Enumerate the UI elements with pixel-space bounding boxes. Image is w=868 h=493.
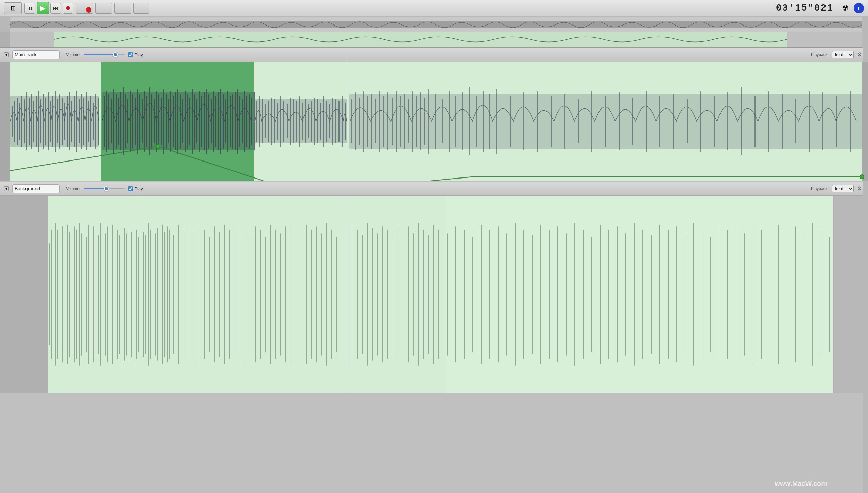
main-track-name-input[interactable]: Main track: [12, 50, 60, 59]
svg-rect-15: [33, 101, 34, 142]
svg-rect-45: [108, 94, 109, 149]
svg-rect-96: [230, 96, 231, 147]
background-track-play-checkbox[interactable]: [128, 186, 133, 191]
automation-point-3[interactable]: [860, 174, 864, 179]
main-track-waveform: [0, 62, 868, 181]
svg-rect-296: [433, 225, 434, 364]
main-track-left-margin: [0, 62, 10, 181]
svg-rect-319: [625, 233, 626, 356]
tool-icon-1[interactable]: [76, 3, 93, 14]
svg-rect-102: [244, 91, 245, 152]
svg-rect-194: [51, 230, 52, 359]
svg-rect-195: [53, 237, 53, 352]
info-icon[interactable]: i: [854, 3, 864, 13]
svg-rect-204: [74, 226, 75, 362]
svg-rect-316: [600, 225, 601, 364]
fast-forward-button[interactable]: ⏭: [50, 3, 61, 14]
svg-rect-168: [523, 92, 524, 150]
svg-rect-138: [355, 92, 356, 150]
svg-rect-308: [532, 235, 533, 354]
svg-rect-212: [93, 226, 94, 362]
svg-rect-78: [187, 94, 188, 149]
svg-rect-165: [489, 94, 490, 149]
svg-rect-188: [795, 99, 796, 143]
svg-rect-200: [65, 233, 65, 356]
play-button[interactable]: ▶: [37, 2, 49, 14]
svg-rect-245: [173, 235, 174, 354]
svg-rect-295: [428, 235, 429, 354]
background-track-volume-slider[interactable]: [84, 188, 125, 189]
svg-rect-90: [215, 96, 216, 147]
svg-rect-61: [146, 96, 147, 147]
background-track-collapse[interactable]: ▼: [4, 186, 9, 191]
main-track-play-checkbox[interactable]: [128, 52, 133, 57]
background-track-header: ▼ Background Volume: Play Playback: fron…: [0, 182, 868, 196]
main-track-collapse[interactable]: ▼: [4, 52, 9, 57]
overview-playhead[interactable]: [326, 16, 326, 47]
svg-rect-125: [311, 101, 312, 142]
svg-rect-134: [338, 101, 340, 142]
svg-rect-6: [12, 106, 13, 137]
svg-rect-135: [342, 96, 343, 147]
svg-rect-278: [342, 226, 342, 362]
svg-rect-35: [81, 94, 82, 149]
svg-rect-101: [242, 99, 243, 143]
svg-rect-199: [62, 226, 63, 362]
svg-rect-74: [177, 89, 178, 154]
svg-rect-50: [120, 92, 121, 150]
svg-rect-183: [727, 92, 728, 150]
svg-rect-263: [265, 237, 266, 352]
automation-point-1[interactable]: [156, 144, 160, 149]
svg-rect-305: [506, 233, 507, 356]
svg-rect-166: [496, 89, 497, 154]
nuclear-icon[interactable]: ☢: [839, 2, 851, 14]
main-track-volume-slider[interactable]: [84, 54, 125, 55]
svg-rect-54: [130, 91, 131, 152]
ov-clip-green: [54, 32, 787, 47]
rewind-button[interactable]: ⏮: [24, 3, 35, 14]
svg-rect-131: [329, 104, 330, 138]
svg-rect-225: [124, 228, 125, 361]
svg-rect-256: [229, 230, 230, 359]
toolbar-icon-1[interactable]: ⊞: [4, 2, 22, 14]
svg-rect-122: [302, 103, 303, 140]
svg-rect-144: [379, 91, 380, 152]
tool-icon-2[interactable]: [95, 3, 112, 14]
svg-rect-113: [274, 99, 275, 143]
svg-rect-237: [153, 226, 153, 362]
svg-rect-208: [84, 228, 84, 361]
svg-rect-281: [357, 230, 358, 359]
svg-rect-57: [137, 89, 138, 154]
svg-rect-126: [314, 98, 315, 145]
svg-rect-58: [139, 94, 140, 149]
svg-rect-55: [132, 94, 133, 149]
svg-rect-235: [148, 223, 149, 366]
svg-rect-337: [778, 225, 779, 364]
svg-rect-30: [69, 92, 70, 150]
svg-rect-238: [155, 233, 156, 356]
svg-rect-210: [88, 225, 89, 364]
svg-rect-89: [213, 91, 214, 152]
background-track-name-input[interactable]: Background: [12, 184, 60, 193]
record-button[interactable]: ⏺: [63, 3, 73, 14]
svg-rect-132: [332, 98, 333, 145]
svg-rect-306: [515, 223, 516, 366]
tool-icon-4[interactable]: [133, 3, 149, 14]
toolbar-icons: ⊞: [4, 2, 22, 14]
overview-bottom-clips: [0, 32, 868, 47]
tool-icon-3[interactable]: [114, 3, 131, 14]
svg-rect-95: [227, 91, 228, 152]
svg-rect-343: [829, 237, 830, 352]
svg-rect-17: [38, 91, 39, 152]
main-track-playback-select[interactable]: front back stereo: [832, 51, 854, 58]
svg-rect-148: [396, 91, 397, 152]
svg-rect-202: [69, 232, 70, 357]
main-track-header: ▼ Main track Volume: Play Playback: fron…: [0, 48, 868, 62]
svg-rect-193: [49, 243, 50, 345]
background-track-play-wrap: Play: [128, 186, 143, 191]
background-track-playback-select[interactable]: front back stereo: [832, 185, 854, 192]
svg-rect-65: [156, 91, 157, 152]
svg-rect-234: [145, 235, 146, 354]
svg-rect-124: [308, 104, 309, 138]
svg-rect-77: [185, 91, 186, 152]
